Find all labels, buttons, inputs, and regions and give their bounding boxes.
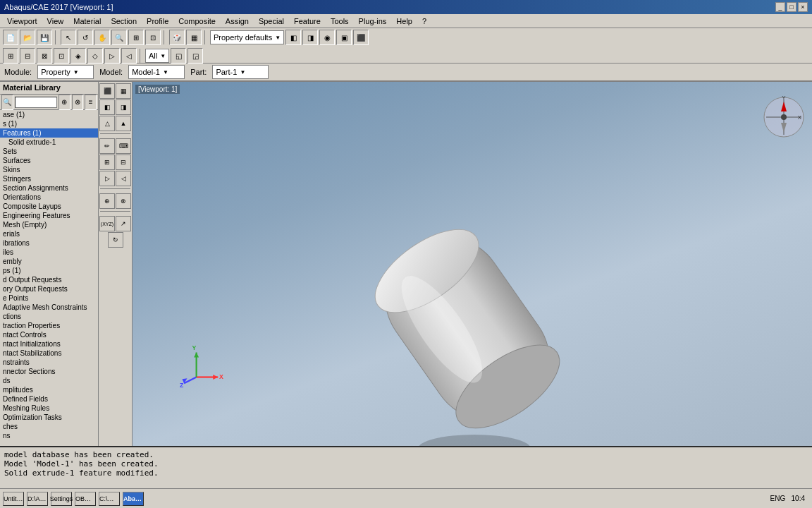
tree-item-18[interactable]: d Output Requests bbox=[0, 275, 98, 284]
vtb-axis[interactable]: ↗ bbox=[116, 216, 131, 231]
tree-item-0[interactable]: ase (1) bbox=[0, 110, 98, 119]
vtb-rotate-view[interactable]: ↻ bbox=[108, 232, 123, 248]
menu-composite[interactable]: Composite bbox=[174, 16, 220, 27]
tree-item-17[interactable]: ps (1) bbox=[0, 266, 98, 275]
vtb-assign1[interactable]: ▷ bbox=[99, 171, 115, 186]
taskbar-settings[interactable]: Settings bbox=[51, 492, 72, 506]
tree-item-7[interactable]: Stringers bbox=[0, 174, 98, 183]
open-button[interactable]: 📂 bbox=[20, 30, 35, 45]
menu-section[interactable]: Section bbox=[106, 16, 141, 27]
view-iso[interactable]: 🎲 bbox=[169, 30, 185, 45]
menu-help[interactable]: Help bbox=[392, 16, 417, 27]
tb2-7[interactable]: ▷ bbox=[104, 48, 120, 64]
tree-item-21[interactable]: Adaptive Mesh Constraints bbox=[0, 303, 98, 312]
tree-item-2[interactable]: Features (1) bbox=[0, 128, 98, 138]
tree-item-27[interactable]: nstraints bbox=[0, 358, 98, 367]
tree-item-23[interactable]: traction Properties bbox=[0, 321, 98, 330]
tree-item-22[interactable]: ctions bbox=[0, 312, 98, 321]
menu-viewport[interactable]: Viewport bbox=[3, 16, 42, 27]
vtb-material2[interactable]: ▲ bbox=[116, 116, 131, 131]
view-front[interactable]: ▦ bbox=[186, 30, 202, 45]
select-filter-dropdown[interactable]: Property defaults ▼ bbox=[210, 30, 284, 44]
fit-view[interactable]: ⊡ bbox=[145, 30, 161, 45]
menu-special[interactable]: Special bbox=[254, 16, 288, 27]
tree-item-11[interactable]: Engineering Features bbox=[0, 211, 98, 220]
menu-material[interactable]: Material bbox=[69, 16, 105, 27]
close-button[interactable]: × bbox=[798, 2, 808, 12]
taskbar-abaqus[interactable]: Abaqus/CAE 2017 [... bbox=[123, 492, 144, 506]
tb2-5[interactable]: ◈ bbox=[70, 48, 86, 64]
tree-item-34[interactable]: ches bbox=[0, 422, 98, 431]
tree-item-9[interactable]: Orientations bbox=[0, 193, 98, 202]
taskbar-explorer[interactable]: D:\Abatemp\youtub... bbox=[27, 492, 48, 506]
taskbar-spreadsheet[interactable]: Untitled spreadsheet... bbox=[3, 492, 24, 506]
tree-item-14[interactable]: ibrations bbox=[0, 238, 98, 248]
tree-item-15[interactable]: iles bbox=[0, 248, 98, 257]
save-button[interactable]: 💾 bbox=[37, 30, 52, 45]
lib-btn1[interactable]: ⊕ bbox=[59, 95, 70, 110]
lib-btn2[interactable]: ⊗ bbox=[72, 95, 84, 110]
render-style3[interactable]: ◉ bbox=[319, 30, 335, 45]
tree-item-25[interactable]: ntact Initializations bbox=[0, 339, 98, 349]
tb2-2[interactable]: ⊟ bbox=[20, 48, 35, 64]
tree-container[interactable]: ase (1)s (1)Features (1)Solid extrude-1S… bbox=[0, 110, 98, 446]
lib-search-input[interactable] bbox=[15, 97, 57, 108]
tree-item-32[interactable]: Meshing Rules bbox=[0, 404, 98, 413]
tb2-10[interactable]: ◲ bbox=[187, 48, 203, 64]
tree-item-19[interactable]: ory Output Requests bbox=[0, 284, 98, 294]
vtb-extra1[interactable]: ⊕ bbox=[99, 193, 115, 209]
all-dropdown[interactable]: All ▼ bbox=[145, 49, 169, 63]
render-style4[interactable]: ▣ bbox=[336, 30, 352, 45]
pan-button[interactable]: ✋ bbox=[94, 30, 110, 45]
vtb-mesh2[interactable]: ⊟ bbox=[116, 155, 131, 170]
tree-item-16[interactable]: embly bbox=[0, 257, 98, 266]
zoom-button[interactable]: 🔍 bbox=[111, 30, 127, 45]
taskbar-windows[interactable]: C:\WINDOWS\syste... bbox=[99, 492, 120, 506]
tree-item-10[interactable]: Composite Layups bbox=[0, 202, 98, 211]
lib-search[interactable]: 🔍 bbox=[1, 95, 13, 110]
tree-item-29[interactable]: ds bbox=[0, 376, 98, 385]
vtb-extra2[interactable]: ⊗ bbox=[116, 193, 131, 209]
zoom-box[interactable]: ⊞ bbox=[128, 30, 144, 45]
tree-item-35[interactable]: ns bbox=[0, 431, 98, 440]
menu-view[interactable]: View bbox=[43, 16, 68, 27]
tree-item-24[interactable]: ntact Controls bbox=[0, 330, 98, 339]
tb2-6[interactable]: ◇ bbox=[87, 48, 103, 64]
vtb-sketch2[interactable]: ⌨ bbox=[116, 138, 131, 154]
select-button[interactable]: ↖ bbox=[61, 30, 76, 45]
tree-item-5[interactable]: Surfaces bbox=[0, 156, 98, 165]
render-style5[interactable]: ⬛ bbox=[353, 30, 369, 45]
tree-item-31[interactable]: Defined Fields bbox=[0, 394, 98, 404]
tree-item-12[interactable]: Mesh (Empty) bbox=[0, 220, 98, 229]
tree-item-33[interactable]: Optimization Tasks bbox=[0, 413, 98, 422]
tree-item-6[interactable]: Skins bbox=[0, 165, 98, 174]
vtb-section1[interactable]: ◧ bbox=[99, 99, 115, 115]
maximize-button[interactable]: □ bbox=[787, 2, 796, 12]
lib-btn3[interactable]: ≡ bbox=[85, 95, 97, 110]
module-dropdown[interactable]: Property ▼ bbox=[37, 65, 94, 79]
viewport[interactable]: [Viewport: 1] Y X bbox=[133, 82, 812, 446]
tree-item-13[interactable]: erials bbox=[0, 229, 98, 238]
tree-item-1[interactable]: s (1) bbox=[0, 119, 98, 128]
menu-assign[interactable]: Assign bbox=[221, 16, 253, 27]
part-dropdown[interactable]: Part-1 ▼ bbox=[212, 65, 269, 79]
vtb-sketch1[interactable]: ✏ bbox=[99, 138, 115, 154]
tree-item-30[interactable]: mplitudes bbox=[0, 385, 98, 394]
vtb-material1[interactable]: △ bbox=[99, 116, 115, 131]
vtb-coord[interactable]: (XYZ) bbox=[99, 216, 115, 231]
tb2-3[interactable]: ⊠ bbox=[37, 48, 52, 64]
title-bar-controls[interactable]: _ □ × bbox=[775, 2, 808, 12]
tree-item-20[interactable]: e Points bbox=[0, 294, 98, 303]
rotate-button[interactable]: ↺ bbox=[78, 30, 93, 45]
vtb-assign2[interactable]: ◁ bbox=[116, 171, 131, 186]
render-style1[interactable]: ◧ bbox=[285, 30, 301, 45]
tree-item-8[interactable]: Section Assignments bbox=[0, 183, 98, 193]
tb2-4[interactable]: ⊡ bbox=[54, 48, 69, 64]
vtb-section2[interactable]: ◨ bbox=[116, 99, 131, 115]
menu-tools[interactable]: Tools bbox=[326, 16, 353, 27]
tree-item-26[interactable]: ntact Stabilizations bbox=[0, 349, 98, 358]
render-style2[interactable]: ◨ bbox=[302, 30, 318, 45]
taskbar-obs[interactable]: OBS 25.0.8 (64 - bit ... bbox=[75, 492, 96, 506]
menu-feature[interactable]: Feature bbox=[290, 16, 325, 27]
tree-item-3[interactable]: Solid extrude-1 bbox=[0, 138, 98, 147]
